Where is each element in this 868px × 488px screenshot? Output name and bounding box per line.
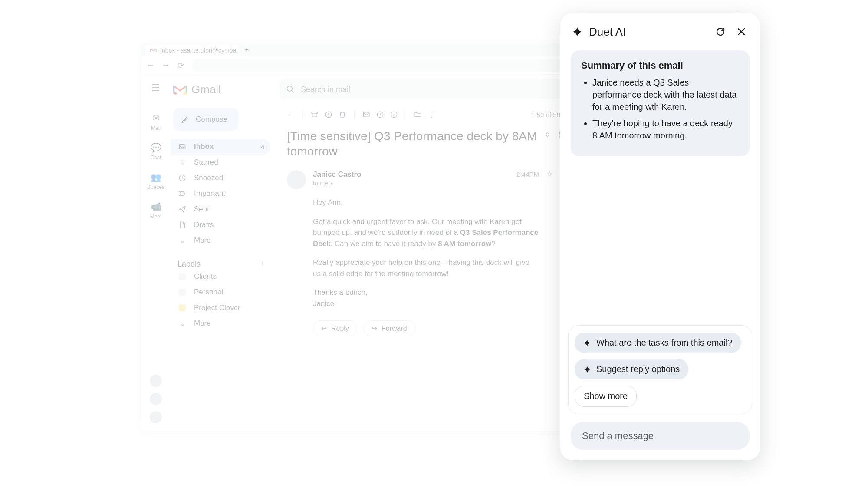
sparkle-icon — [583, 339, 591, 347]
compose-button[interactable]: Compose — [173, 108, 238, 131]
contact-avatar[interactable] — [150, 393, 162, 405]
body-greeting: Hey Ann, — [313, 197, 539, 208]
label-clients[interactable]: Clients — [171, 269, 270, 284]
reader-toolbar: ← — [287, 104, 580, 125]
duet-ai-panel: Duet AI Summary of this email Janice nee… — [560, 13, 760, 460]
label-personal[interactable]: Personal — [171, 284, 270, 300]
sidebar-item-label: Snoozed — [194, 174, 223, 182]
sidebar-item-drafts[interactable]: Drafts — [171, 217, 270, 233]
sidebar-item-starred[interactable]: ☆ Starred — [171, 155, 270, 170]
message-time: 2:44PM — [516, 171, 539, 178]
sender-name: Janice Castro — [313, 170, 510, 179]
svg-point-5 — [329, 116, 329, 116]
important-icon — [178, 190, 187, 198]
browser-tabbar: Inbox - asante.ofori@cymbal ✕ + — [141, 43, 588, 56]
duet-header: Duet AI — [560, 13, 760, 47]
rail-contacts — [150, 375, 162, 431]
sparkle-icon — [583, 366, 591, 373]
search-bar[interactable]: ▾ — [280, 79, 583, 99]
label-name: Personal — [194, 288, 223, 297]
back-to-inbox-icon[interactable]: ← — [287, 110, 295, 119]
add-label-icon[interactable]: + — [260, 260, 264, 269]
suggestion-chips: What are the tasks from this email? Sugg… — [568, 325, 752, 414]
message-header: Janice Castro to me ▾ 2:44PM ☆ ↩ ⋮ — [287, 170, 580, 189]
forward-icon[interactable]: → — [162, 61, 170, 70]
back-icon[interactable]: ← — [146, 61, 154, 70]
sparkle-icon — [572, 26, 583, 37]
gmail-sidebar: Compose Inbox 4 ☆ Starred — [171, 104, 275, 431]
duet-message-input[interactable] — [582, 430, 738, 442]
forward-button[interactable]: ↪ Forward — [363, 320, 415, 336]
chat-icon: 💬 — [151, 142, 161, 153]
delete-icon[interactable] — [339, 111, 346, 119]
rail-label: Meet — [150, 214, 162, 220]
reload-icon[interactable]: ⟳ — [178, 61, 184, 70]
contact-avatar[interactable] — [150, 411, 162, 423]
rail-chat[interactable]: 💬 Chat — [141, 138, 171, 165]
inbox-icon — [178, 143, 187, 151]
sidebar-item-label: Drafts — [194, 221, 214, 229]
add-task-icon[interactable] — [390, 111, 398, 119]
contact-avatar[interactable] — [150, 375, 162, 387]
sidebar-item-inbox[interactable]: Inbox 4 — [171, 139, 270, 155]
browser-tab[interactable]: Inbox - asante.ofori@cymbal ✕ — [145, 44, 240, 56]
body-paragraph: Got a quick and urgent favor to ask. Our… — [313, 216, 539, 250]
sidebar-item-label: Inbox — [194, 142, 214, 151]
suggestion-chip-tasks[interactable]: What are the tasks from this email? — [575, 333, 741, 353]
sidebar-item-label: Important — [194, 189, 225, 198]
gmail-wordmark: Gmail — [191, 83, 221, 96]
recipient-expand-icon[interactable]: ▾ — [331, 181, 333, 186]
sender-avatar[interactable] — [287, 170, 306, 189]
rail-meet[interactable]: 📹 Meet — [141, 197, 171, 224]
label-more[interactable]: ⌄ More — [171, 316, 270, 331]
rail-spaces[interactable]: 👥 Spaces — [141, 168, 171, 195]
inbox-count: 4 — [261, 143, 264, 151]
new-tab-button[interactable]: + — [244, 46, 249, 56]
star-message-icon[interactable]: ☆ — [547, 170, 552, 178]
menu-icon[interactable]: ☰ — [151, 82, 160, 94]
snooze-icon[interactable] — [376, 111, 384, 119]
recipient-line: to me — [313, 180, 328, 187]
browser-tab-title: Inbox - asante.ofori@cymbal — [160, 47, 237, 54]
reply-button[interactable]: ↩ Reply — [313, 320, 357, 336]
reply-arrow-icon: ↩ — [321, 324, 327, 333]
sidebar-item-important[interactable]: Important — [171, 186, 270, 201]
close-button[interactable] — [734, 24, 749, 39]
move-to-icon[interactable] — [414, 111, 422, 119]
summary-card: Summary of this email Janice needs a Q3 … — [571, 50, 750, 156]
label-color-icon — [178, 273, 187, 280]
mark-unread-icon[interactable] — [362, 111, 370, 119]
sidebar-item-more[interactable]: ⌄ More — [171, 233, 270, 248]
suggestion-chip-reply[interactable]: Suggest reply options — [575, 359, 688, 379]
expand-collapse-icon[interactable] — [544, 131, 551, 139]
rail-label: Chat — [150, 155, 161, 161]
label-name: More — [194, 319, 211, 328]
chevron-down-icon: ⌄ — [178, 236, 187, 245]
email-subject: [Time sensitive] Q3 Performance deck by … — [287, 129, 539, 159]
gmail-logo-block[interactable]: Gmail — [171, 83, 275, 96]
duet-message-input-container[interactable] — [571, 422, 750, 450]
browser-toolbar: ← → ⟳ — [141, 56, 588, 75]
compose-label: Compose — [196, 115, 227, 124]
more-icon[interactable]: ⋮ — [428, 110, 436, 119]
rail-mail[interactable]: ✉ Mail — [141, 109, 171, 135]
label-project-clover[interactable]: Project Clover — [171, 300, 270, 316]
show-more-chip[interactable]: Show more — [575, 386, 637, 407]
sidebar-item-sent[interactable]: Sent — [171, 201, 270, 217]
label-name: Clients — [194, 272, 217, 281]
forward-arrow-icon: ↪ — [372, 324, 377, 333]
sidebar-item-snoozed[interactable]: Snoozed — [171, 170, 270, 186]
summary-bullet: They're hoping to have a deck ready 8 AM… — [592, 117, 739, 142]
address-bar[interactable] — [192, 59, 583, 72]
labels-title: Labels — [178, 260, 201, 269]
report-spam-icon[interactable] — [325, 111, 332, 119]
refresh-button[interactable] — [713, 24, 728, 39]
search-input[interactable] — [301, 85, 568, 94]
app-rail: ☰ ✉ Mail 💬 Chat 👥 Spaces 📹 Meet — [141, 75, 171, 431]
chevron-down-icon: ⌄ — [178, 319, 187, 328]
archive-icon[interactable] — [311, 111, 319, 119]
email-reader: ← — [275, 104, 588, 431]
sidebar-item-label: More — [194, 236, 211, 245]
pencil-icon — [181, 115, 190, 124]
gmail-topbar: Gmail ▾ — [171, 75, 588, 104]
